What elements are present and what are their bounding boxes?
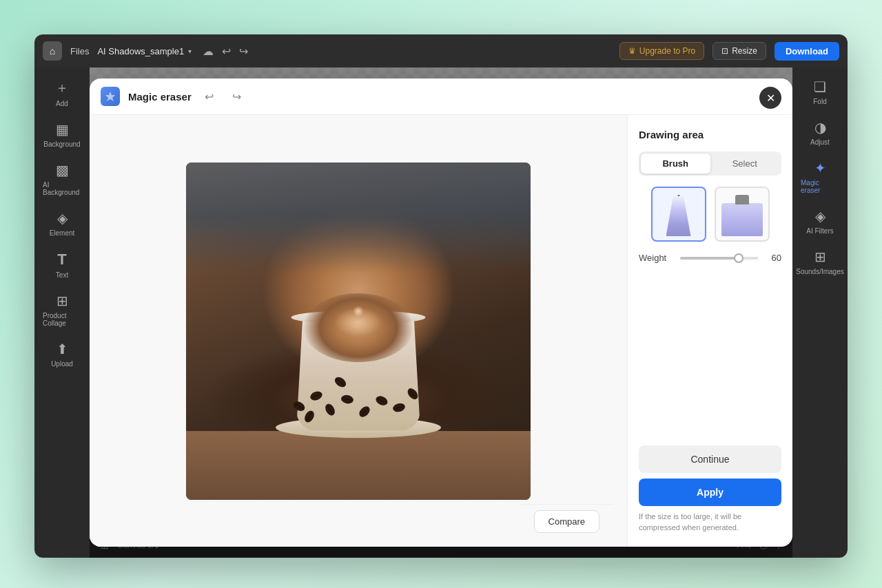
upload-icon: ⬆	[57, 341, 68, 357]
modal-image-area: Compare	[90, 115, 627, 547]
sidebar-item-ai-background-label: AI Background	[43, 181, 81, 196]
edit-image[interactable]	[186, 162, 531, 500]
redo-button[interactable]: ↪	[239, 45, 248, 58]
sidebar-item-element[interactable]: ◈ Element	[40, 204, 84, 242]
weight-slider-track	[680, 257, 739, 260]
apply-button[interactable]: Apply	[639, 479, 781, 506]
modal-right-panel: Drawing area Brush Select	[627, 115, 792, 547]
sidebar-item-ai-background[interactable]: ▩ AI Background	[40, 156, 84, 202]
svg-marker-0	[105, 92, 115, 101]
brush-select-toggle: Brush Select	[639, 151, 781, 176]
left-sidebar: ＋ Add ▦ Background ▩ AI Background ◈ Ele…	[34, 67, 90, 558]
modal-undo-button[interactable]: ↩	[200, 87, 219, 106]
sidebar-item-background-label: Background	[43, 140, 80, 148]
undo-button[interactable]: ↩	[222, 45, 231, 58]
sidebar-item-text[interactable]: T Text	[40, 245, 84, 284]
brush-type-1[interactable]	[651, 187, 706, 242]
download-button[interactable]: Download	[775, 42, 839, 61]
sidebar-item-add[interactable]: ＋ Add	[40, 73, 84, 113]
fold-icon: ❏	[814, 78, 826, 95]
coffee-bean	[357, 404, 371, 419]
element-icon: ◈	[57, 210, 68, 227]
sidebar-item-adjust[interactable]: ◑ Adjust	[798, 114, 842, 151]
panel-spacer	[639, 274, 781, 434]
coffee-bean	[340, 394, 354, 404]
upgrade-icon: ♛	[628, 46, 636, 56]
ai-background-icon: ▩	[56, 162, 69, 178]
sidebar-item-sounds-images[interactable]: ⊞ Sounds/Images	[798, 243, 842, 281]
modal-redo-button[interactable]: ↪	[227, 87, 247, 106]
coffee-bean	[392, 401, 406, 412]
modal-close-button[interactable]: ✕	[759, 87, 781, 109]
modal-overlay: Magic eraser ↩ ↪ ✕	[90, 67, 792, 558]
sounds-images-icon: ⊞	[814, 249, 826, 265]
text-icon: T	[57, 251, 66, 269]
continue-button[interactable]: Continue	[639, 445, 781, 473]
modal-title: Magic eraser	[128, 91, 192, 103]
modal-header: Magic eraser ↩ ↪ ✕	[90, 78, 792, 115]
sidebar-item-adjust-label: Adjust	[810, 138, 830, 146]
home-button[interactable]: ⌂	[43, 41, 62, 61]
sidebar-item-add-label: Add	[56, 100, 68, 107]
app-shell: ⌂ Files AI Shadows_sample1 ▾ ☁ ↩ ↪ ♛ Upg…	[34, 34, 848, 558]
sidebar-item-upload-label: Upload	[51, 360, 73, 368]
sidebar-item-product-collage-label: Product Collage	[43, 312, 81, 327]
panel-note: If the size is too large, it will be com…	[639, 512, 781, 533]
doc-name: AI Shadows_sample1	[97, 46, 184, 56]
coffee-bean	[309, 390, 323, 401]
right-sidebar: ❏ Fold ◑ Adjust ✦ Magic eraser ◈ AI Filt…	[792, 67, 848, 558]
drawing-area-title: Drawing area	[639, 129, 781, 140]
resize-button[interactable]: ⊡ Resize	[712, 42, 766, 60]
magic-eraser-sidebar-icon: ✦	[814, 160, 826, 176]
coffee-bean	[333, 375, 348, 388]
doc-title[interactable]: AI Shadows_sample1 ▾	[97, 46, 192, 56]
weight-label: Weight	[639, 253, 673, 263]
main-area: ＋ Add ▦ Background ▩ AI Background ◈ Ele…	[34, 67, 848, 558]
background-icon: ▦	[56, 121, 69, 138]
resize-icon: ⊡	[721, 46, 728, 56]
coffee-beans	[279, 369, 438, 424]
coffee-bean	[374, 394, 389, 406]
weight-slider[interactable]	[680, 257, 758, 260]
sidebar-item-element-label: Element	[50, 229, 75, 237]
modal-body: Compare Drawing area Brush Select	[90, 115, 792, 547]
magic-eraser-modal: Magic eraser ↩ ↪ ✕	[90, 78, 792, 547]
sidebar-item-magic-eraser[interactable]: ✦ Magic eraser	[798, 154, 842, 200]
bg-blur	[186, 162, 531, 273]
add-icon: ＋	[55, 78, 69, 97]
sidebar-item-sounds-images-label: Sounds/Images	[796, 268, 844, 275]
canvas-area: Magic eraser ↩ ↪ ✕	[90, 67, 792, 558]
coffee-bean	[291, 399, 307, 412]
sidebar-item-background[interactable]: ▦ Background	[40, 116, 84, 154]
sidebar-item-ai-filters-label: AI Filters	[806, 227, 833, 235]
select-toggle-button[interactable]: Select	[710, 154, 780, 174]
sidebar-item-fold-label: Fold	[813, 98, 826, 105]
files-nav[interactable]: Files	[70, 46, 89, 56]
ai-filters-icon: ◈	[815, 208, 825, 224]
compare-button[interactable]: Compare	[534, 510, 599, 533]
resize-label: Resize	[732, 46, 757, 56]
chevron-down-icon: ▾	[188, 48, 192, 55]
upgrade-label: Upgrade to Pro	[639, 46, 695, 56]
sidebar-item-fold[interactable]: ❏ Fold	[798, 73, 842, 111]
coffee-bean	[323, 402, 336, 417]
weight-row: Weight 60	[639, 253, 781, 263]
panel-buttons: Continue Apply If the size is too large,…	[639, 445, 781, 533]
sidebar-item-upload[interactable]: ⬆ Upload	[40, 335, 84, 373]
upgrade-button[interactable]: ♛ Upgrade to Pro	[619, 42, 704, 60]
magic-eraser-icon	[101, 87, 120, 106]
coffee-scene-image	[186, 162, 531, 500]
adjust-icon: ◑	[814, 119, 826, 136]
brush-shape-2-icon	[721, 203, 763, 236]
latte-art	[303, 293, 413, 362]
sidebar-item-product-collage[interactable]: ⊞ Product Collage	[40, 287, 84, 333]
sidebar-item-text-label: Text	[56, 271, 68, 279]
brush-toggle-button[interactable]: Brush	[641, 154, 710, 174]
sidebar-item-magic-eraser-label: Magic eraser	[801, 179, 839, 194]
cloud-icon[interactable]: ☁	[203, 45, 214, 58]
sidebar-item-ai-filters[interactable]: ◈ AI Filters	[798, 202, 842, 240]
coffee-bean	[302, 409, 316, 424]
compare-area: Compare	[520, 504, 613, 538]
weight-slider-thumb	[734, 253, 743, 263]
brush-type-2[interactable]	[715, 187, 770, 242]
